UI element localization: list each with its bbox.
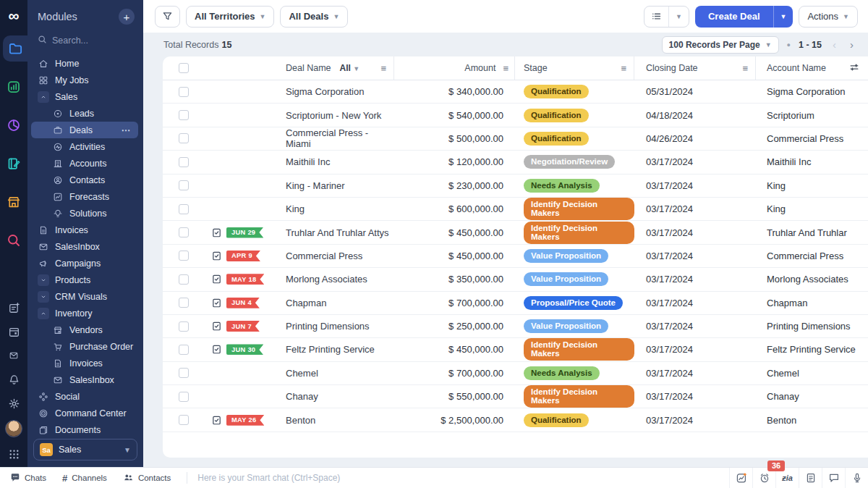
account-name-cell[interactable]: Maithili Inc [756, 156, 868, 167]
sidebar-item-salesinbox[interactable]: SalesInbox [27, 371, 143, 388]
row-checkbox[interactable] [179, 274, 189, 285]
rail-item-analytics[interactable] [0, 74, 27, 100]
due-date-flag[interactable]: JUN 29 [226, 227, 263, 238]
deal-name-cell[interactable]: Commercial Press [278, 251, 394, 261]
task-icon[interactable] [211, 344, 222, 355]
table-row[interactable]: MAY 18Morlong Associates$ 350,000.00Valu… [163, 268, 868, 291]
sidebar-item-deals[interactable]: Deals⋯ [31, 122, 138, 138]
sidebar-item-salesinbox[interactable]: SalesInbox [27, 238, 143, 255]
due-date-flag[interactable]: JUN 7 [226, 321, 260, 332]
more-options-icon[interactable]: ⋯ [122, 125, 139, 135]
sidebar-item-purchase-order[interactable]: Purchase Order [27, 338, 143, 355]
filter-button[interactable] [155, 6, 180, 28]
deal-name-cell[interactable]: Chanay [278, 391, 394, 402]
territory-filter-dropdown[interactable]: All Territories ▼ [186, 6, 274, 28]
sidebar-item-documents[interactable]: Documents [27, 421, 143, 434]
deal-name-cell[interactable]: Chapman [278, 298, 394, 308]
account-name-cell[interactable]: Benton [756, 415, 868, 426]
table-row[interactable]: APR 9Commercial Press$ 450,000.00Value P… [163, 245, 868, 268]
row-checkbox[interactable] [179, 227, 189, 237]
row-checkbox[interactable] [179, 180, 189, 190]
deal-name-cell[interactable]: Sigma Corporation [278, 86, 394, 97]
row-checkbox[interactable] [179, 157, 189, 167]
sidebar-item-invoices[interactable]: Invoices [27, 222, 143, 238]
deal-name-cell[interactable]: Chemel [278, 368, 394, 379]
account-name-cell[interactable]: Feltz Printing Service [756, 344, 868, 355]
rail-settings-button[interactable] [7, 396, 21, 411]
row-checkbox[interactable] [179, 345, 189, 355]
manage-columns-icon[interactable] [849, 62, 868, 75]
create-deal-dropdown[interactable]: ▼ [773, 6, 793, 28]
rail-item-pie-chart[interactable] [0, 112, 27, 138]
account-name-cell[interactable]: Commercial Press [756, 133, 868, 144]
table-row[interactable]: JUN 7Printing Dimensions$ 250,000.00Valu… [163, 315, 868, 338]
contacts-button[interactable]: Contacts [123, 473, 171, 483]
table-row[interactable]: King$ 600,000.00Identify Decision Makers… [163, 198, 868, 221]
sidebar-item-social[interactable]: Social [27, 388, 143, 405]
account-name-cell[interactable]: Morlong Associates [756, 274, 868, 285]
sidebar-item-activities[interactable]: Activities [27, 138, 143, 155]
rail-bell-button[interactable] [7, 372, 21, 387]
task-icon[interactable] [211, 298, 222, 308]
deal-name-cell[interactable]: Benton [278, 415, 394, 426]
sidebar-item-inventory[interactable]: Inventory [27, 305, 143, 321]
account-name-cell[interactable]: Chapman [756, 298, 868, 308]
row-checkbox[interactable] [179, 321, 189, 332]
table-row[interactable]: MAY 26Benton$ 2,500,000.00Qualification0… [163, 408, 868, 432]
row-checkbox[interactable] [179, 87, 189, 97]
sidebar-item-contacts[interactable]: Contacts [27, 172, 143, 188]
rail-compose-button[interactable] [7, 300, 21, 315]
sidebar-item-accounts[interactable]: Accounts [27, 155, 143, 172]
account-name-cell[interactable]: Chemel [756, 368, 868, 379]
row-checkbox[interactable] [179, 133, 189, 143]
view-filter-dropdown[interactable]: All Deals ▼ [280, 6, 348, 28]
due-date-flag[interactable]: MAY 26 [226, 415, 264, 426]
table-row[interactable]: JUN 30Feltz Printing Service$ 450,000.00… [163, 338, 868, 361]
table-row[interactable]: JUN 29Truhlar And Truhlar Attys$ 450,000… [163, 221, 868, 244]
account-name-cell[interactable]: King [756, 180, 868, 191]
column-menu-icon[interactable]: ≡ [742, 63, 755, 74]
account-name-cell[interactable]: Printing Dimensions [756, 321, 868, 332]
deal-name-cell[interactable]: Morlong Associates [278, 274, 394, 285]
notes-button[interactable] [799, 468, 822, 488]
table-row[interactable]: Maithili Inc$ 120,000.00Negotiation/Revi… [163, 151, 868, 174]
account-name-cell[interactable]: Chanay [756, 391, 868, 402]
account-name-cell[interactable]: Scriptorium [756, 110, 868, 121]
table-row[interactable]: Scriptorium - New York$ 540,000.00Qualif… [163, 104, 868, 127]
task-icon[interactable] [211, 251, 222, 261]
sidebar-item-vendors[interactable]: Vendors [27, 321, 143, 338]
table-row[interactable]: Chemel$ 700,000.00Needs Analysis03/17/20… [163, 362, 868, 385]
sidebar-item-forecasts[interactable]: Forecasts [27, 188, 143, 205]
chats-button[interactable]: Chats [10, 473, 46, 483]
deal-name-cell[interactable]: Commercial Press - Miami [278, 127, 394, 149]
deal-name-cell[interactable]: Scriptorium - New York [278, 110, 394, 121]
rail-item-storefront[interactable] [0, 189, 27, 215]
chat-bubble-button[interactable] [822, 468, 845, 488]
row-checkbox[interactable] [179, 392, 189, 402]
signals-button[interactable] [729, 468, 752, 488]
sidebar-item-leads[interactable]: Leads [27, 105, 143, 122]
sidebar-search-input[interactable]: Search... [27, 30, 143, 54]
deal-name-cell[interactable]: King [278, 203, 394, 214]
sidebar-item-products[interactable]: Products [27, 272, 143, 288]
due-date-flag[interactable]: APR 9 [226, 251, 260, 261]
deal-name-cell[interactable]: Printing Dimensions [278, 321, 394, 332]
rail-item-search-q[interactable] [0, 227, 27, 253]
row-checkbox[interactable] [179, 298, 189, 308]
account-name-cell[interactable]: Commercial Press [756, 251, 868, 261]
table-row[interactable]: Sigma Corporation$ 340,000.00Qualificati… [163, 80, 868, 104]
deal-name-filter-dropdown[interactable]: All ▼ [340, 63, 360, 73]
sidebar-item-campaigns[interactable]: Campaigns [27, 255, 143, 272]
sidebar-item-invoices[interactable]: Invoices [27, 355, 143, 371]
channels-button[interactable]: # Channels [62, 473, 107, 484]
task-icon[interactable] [211, 274, 222, 285]
select-all-checkbox[interactable] [179, 63, 189, 73]
user-avatar[interactable] [5, 420, 22, 437]
sidebar-item-my-jobs[interactable]: My Jobs [27, 72, 143, 88]
microphone-button[interactable] [845, 468, 868, 488]
row-checkbox[interactable] [179, 110, 189, 120]
account-name-cell[interactable]: King [756, 203, 868, 214]
sidebar-item-home[interactable]: Home [27, 55, 143, 72]
account-name-cell[interactable]: Truhlar And Truhlar [756, 227, 868, 238]
task-icon[interactable] [211, 415, 222, 426]
